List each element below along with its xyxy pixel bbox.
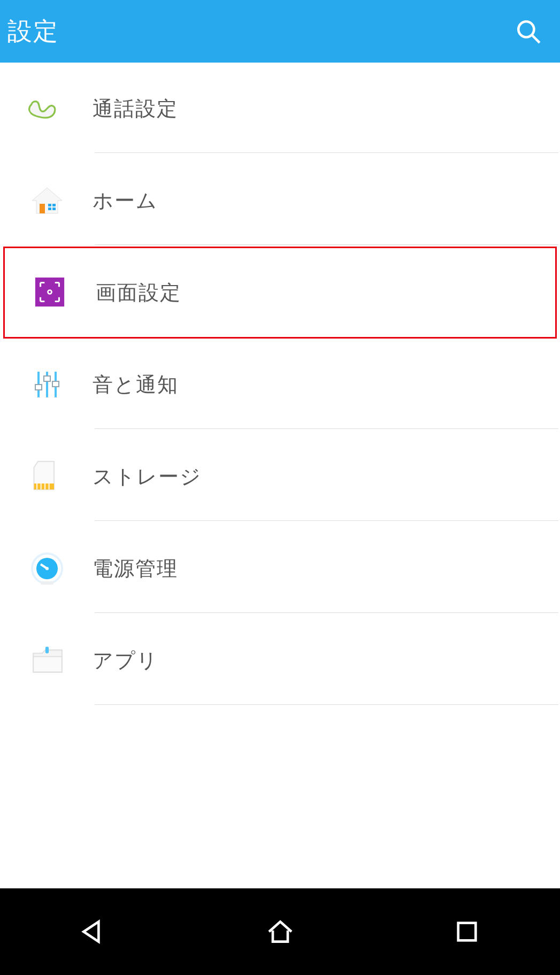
svg-rect-12: [35, 385, 42, 390]
settings-item-label: ホーム: [93, 187, 558, 214]
settings-item-label: ストレージ: [93, 463, 558, 490]
divider: [95, 152, 558, 153]
svg-point-23: [45, 567, 49, 570]
sliders-icon: [2, 367, 93, 402]
nav-back-button[interactable]: [72, 910, 115, 953]
svg-rect-24: [41, 581, 53, 585]
svg-rect-25: [45, 647, 49, 653]
page-title: 設定: [7, 15, 59, 48]
phone-icon: [2, 91, 93, 126]
search-icon: [515, 18, 542, 45]
settings-item-label: 通話設定: [93, 95, 558, 122]
nav-recent-button[interactable]: [446, 910, 488, 953]
settings-item-label: 画面設定: [96, 279, 555, 306]
svg-rect-13: [44, 376, 50, 381]
svg-point-0: [518, 21, 534, 37]
divider: [95, 704, 558, 705]
svg-rect-3: [40, 204, 45, 213]
settings-item-power[interactable]: 電源管理: [0, 523, 560, 615]
divider: [95, 520, 558, 521]
settings-item-label: 音と通知: [93, 371, 558, 398]
display-icon: [5, 275, 96, 310]
divider: [95, 428, 558, 429]
settings-item-call[interactable]: 通話設定: [0, 63, 560, 155]
svg-rect-14: [52, 381, 59, 387]
svg-rect-7: [35, 278, 64, 306]
nav-home-button[interactable]: [259, 910, 302, 953]
svg-marker-2: [32, 188, 62, 213]
svg-line-1: [532, 35, 540, 43]
app-header: 設定: [0, 0, 560, 63]
folder-icon: [2, 643, 93, 678]
settings-item-sound[interactable]: 音と通知: [0, 339, 560, 431]
settings-item-storage[interactable]: ストレージ: [0, 431, 560, 523]
settings-item-label: 電源管理: [93, 555, 558, 582]
sdcard-icon: [2, 459, 93, 494]
divider: [95, 244, 558, 245]
system-navbar: [0, 888, 560, 975]
settings-screen: 設定 通話設定: [0, 0, 560, 975]
gauge-icon: [2, 551, 93, 586]
settings-item-apps[interactable]: アプリ: [0, 615, 560, 707]
settings-item-display[interactable]: 画面設定: [3, 247, 557, 339]
recent-icon: [452, 917, 482, 947]
settings-item-home[interactable]: ホーム: [0, 155, 560, 247]
back-icon: [79, 917, 109, 947]
svg-rect-27: [458, 923, 475, 941]
home-icon: [2, 183, 93, 218]
svg-marker-26: [83, 922, 98, 941]
settings-item-label: アプリ: [93, 647, 558, 674]
search-button[interactable]: [510, 13, 547, 50]
settings-list: 通話設定 ホーム: [0, 63, 560, 888]
divider: [95, 612, 558, 613]
nav-home-icon: [265, 917, 295, 947]
